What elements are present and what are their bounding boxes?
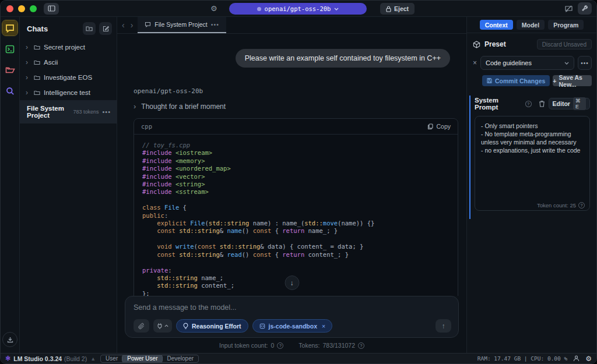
mode-user[interactable]: User <box>101 355 122 362</box>
info-circle-icon[interactable]: ? <box>578 202 585 208</box>
settings-gear-icon[interactable]: ⚙ <box>585 355 592 363</box>
zoom-window-button[interactable] <box>30 5 37 12</box>
lock-icon <box>386 6 391 12</box>
trash-icon[interactable] <box>539 100 545 107</box>
user-message-bubble: Please write an example self contained t… <box>236 49 450 68</box>
code-line: public: <box>142 212 449 220</box>
tab-context[interactable]: Context <box>480 20 513 30</box>
code-line: class File { <box>142 204 449 211</box>
reasoning-effort-badge[interactable]: Reasoning Effort <box>176 319 248 333</box>
chevron-right-icon: › <box>26 89 30 97</box>
message-scroll-area[interactable]: Please write an example self contained t… <box>117 34 466 296</box>
code-line <box>142 259 449 266</box>
folder-icon <box>34 60 40 65</box>
eject-model-button[interactable]: Eject <box>380 3 415 15</box>
nav-my-models-folder-icon[interactable] <box>2 62 17 77</box>
tab-model[interactable]: Model <box>517 20 545 30</box>
attach-file-button[interactable] <box>134 319 149 333</box>
app-version: LM Studio 0.3.24 <box>13 355 62 362</box>
code-line: }; <box>142 290 449 296</box>
chat-tab[interactable]: File System Project ••• <box>138 17 226 33</box>
plus-icon: + <box>553 77 556 84</box>
remove-sandbox-icon[interactable]: × <box>322 323 325 330</box>
new-chat-icon[interactable] <box>99 22 112 35</box>
commit-changes-label: Commit Changes <box>495 77 545 84</box>
chevron-right-icon: › <box>26 43 30 51</box>
save-as-new-button[interactable]: + Save As New... <box>553 75 592 86</box>
nav-discover-search-icon[interactable] <box>2 83 17 98</box>
close-window-button[interactable] <box>6 5 13 12</box>
system-prompt-input[interactable]: - Only smart pointers - No template meta… <box>475 116 590 211</box>
chevron-down-icon <box>334 8 339 10</box>
model-status-dot <box>257 7 261 11</box>
code-line: #include <vector> <box>142 173 449 181</box>
copy-code-button[interactable]: Copy <box>427 123 451 130</box>
chat-folder-row[interactable]: › Intelligence test <box>20 85 117 100</box>
new-folder-icon[interactable] <box>83 22 96 35</box>
preset-box-icon <box>473 41 480 48</box>
chat-tab-bar: ‹ › File System Project ••• <box>117 17 466 34</box>
scroll-to-bottom-button[interactable]: ↓ <box>285 275 299 290</box>
chat-folder-label: Intelligence test <box>44 89 90 96</box>
tab-scroll-left-icon[interactable]: ‹ <box>122 20 125 30</box>
commit-changes-button[interactable]: Commit Changes <box>482 75 550 86</box>
minimize-window-button[interactable] <box>18 5 25 12</box>
user-profile-icon[interactable] <box>573 355 580 362</box>
help-circle-icon[interactable]: ? <box>525 101 532 107</box>
chat-bubble-icon <box>145 22 151 27</box>
chat-folder-row[interactable]: › Secret project <box>20 40 117 55</box>
clear-preset-icon[interactable]: × <box>473 59 477 67</box>
code-line <box>142 235 449 243</box>
total-token-label: Tokens: <box>298 342 319 349</box>
speech-bubble-slash-icon[interactable] <box>564 5 573 13</box>
nav-chat-icon[interactable] <box>2 20 17 36</box>
save-icon <box>487 78 492 83</box>
message-input-box[interactable]: Reasoning Effort js-code-sandbox × ↑ <box>125 296 459 338</box>
chevron-up-icon[interactable]: ▲ <box>90 356 96 362</box>
info-circle-icon[interactable]: ? <box>277 342 283 349</box>
code-block: cpp Copy // toy_fs.cpp#include <iostream… <box>134 118 458 296</box>
folder-icon <box>34 45 40 50</box>
preset-options-icon[interactable]: ••• <box>578 56 592 70</box>
sidebar-toggle-icon[interactable] <box>44 3 59 15</box>
code-sandbox-icon <box>259 323 265 329</box>
editor-button[interactable]: Editor ⌘ E <box>549 98 590 109</box>
context-panel: Context Model Program Preset Discard Uns… <box>466 17 596 353</box>
tab-scroll-right-icon[interactable]: › <box>131 20 134 30</box>
code-line: #include <memory> <box>142 157 449 165</box>
system-prompt-title: System Prompt <box>475 97 522 111</box>
plugins-button[interactable] <box>153 319 172 333</box>
sandbox-badge[interactable]: js-code-sandbox × <box>252 319 333 333</box>
cpu-usage: CPU: 0.00 % <box>531 355 567 362</box>
discard-unsaved-button[interactable]: Discard Unsaved <box>537 39 592 50</box>
tab-options-icon[interactable]: ••• <box>211 21 219 28</box>
title-bar: ⚙ openai/gpt-oss-20b Eject <box>1 1 596 17</box>
settings-gear-icon[interactable]: ⚙ <box>210 4 217 13</box>
downloads-icon[interactable] <box>2 332 17 347</box>
save-as-new-label: Save As New... <box>559 74 592 88</box>
chats-sidebar: Chats › Secret project › Ascii › <box>20 17 117 353</box>
mode-power-user[interactable]: Power User <box>122 355 162 362</box>
send-message-button[interactable]: ↑ <box>436 319 451 333</box>
preset-dropdown[interactable]: Code guidelines <box>480 56 574 70</box>
composer: Reasoning Effort js-code-sandbox × ↑ Inp… <box>117 296 466 353</box>
tab-program[interactable]: Program <box>548 20 584 30</box>
message-input[interactable] <box>134 303 451 319</box>
nav-developer-terminal-icon[interactable] <box>2 41 17 56</box>
chat-folder-row[interactable]: › Ascii <box>20 55 117 70</box>
editor-shortcut: ⌘ E <box>573 97 586 110</box>
chat-folder-row[interactable]: › Investigate EOS <box>20 70 117 85</box>
reasoning-effort-label: Reasoning Effort <box>192 323 241 330</box>
thought-disclosure[interactable]: › Thought for a brief moment <box>134 102 459 111</box>
code-language-label: cpp <box>141 123 427 130</box>
info-circle-icon[interactable]: ? <box>358 342 364 349</box>
chats-title: Chats <box>27 24 79 33</box>
code-line: void write(const std::string& data) { co… <box>142 243 449 250</box>
model-selector[interactable]: openai/gpt-oss-20b <box>229 3 367 15</box>
thought-label: Thought for a brief moment <box>141 103 226 111</box>
wrench-icon[interactable] <box>578 2 592 15</box>
chat-options-icon[interactable]: ••• <box>102 108 111 115</box>
selected-chat-row[interactable]: File System Project 783 tokens ••• <box>20 100 117 123</box>
mode-developer[interactable]: Developer <box>162 355 198 362</box>
chat-main-area: ‹ › File System Project ••• Please write… <box>117 17 466 353</box>
